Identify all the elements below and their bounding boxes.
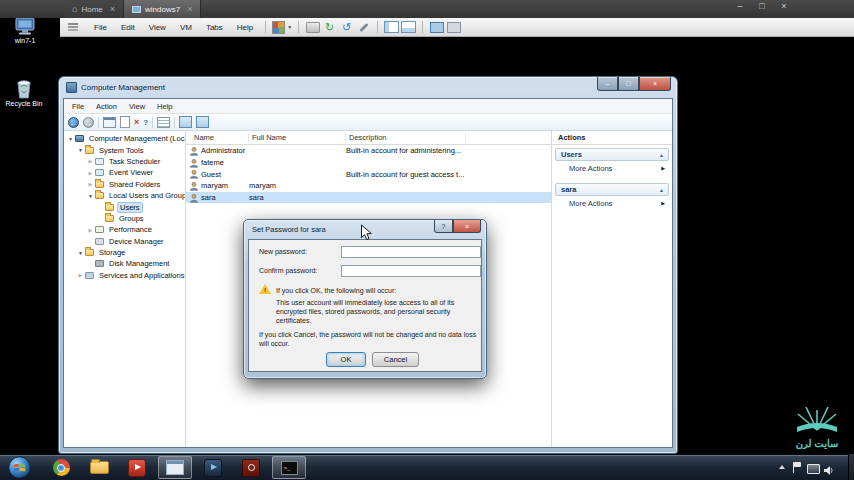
- collapse-chevron-icon[interactable]: ▲: [659, 152, 664, 158]
- show-console-tree-icon[interactable]: [103, 117, 116, 128]
- minimize-button[interactable]: –: [733, 1, 747, 11]
- tree-item-shared-folders[interactable]: ▶Shared Folders: [64, 179, 185, 190]
- expander-icon[interactable]: ▼: [76, 147, 85, 153]
- actions-section-users[interactable]: Users ▲: [555, 148, 669, 161]
- user-row-guest[interactable]: Guest Built-in account for guest access …: [186, 168, 551, 180]
- confirm-password-field[interactable]: [341, 265, 481, 277]
- collapse-chevron-icon[interactable]: ▲: [659, 187, 664, 193]
- desktop-icon-win7-1[interactable]: win7-1: [2, 17, 48, 44]
- tree-item-storage[interactable]: ▼Storage: [64, 247, 185, 258]
- show-desktop-button[interactable]: [848, 454, 854, 480]
- recorder-icon: [242, 459, 260, 477]
- column-separator[interactable]: [465, 133, 466, 143]
- tree-item-groups[interactable]: Groups: [64, 213, 185, 224]
- expander-icon[interactable]: ▶: [86, 170, 95, 176]
- column-separator[interactable]: [345, 133, 346, 143]
- ok-button[interactable]: OK: [326, 352, 366, 367]
- fullscreen-icon[interactable]: [429, 20, 444, 35]
- tree-item-event-viewer[interactable]: ▶Event Viewer: [64, 167, 185, 178]
- forward-icon[interactable]: →: [83, 117, 94, 128]
- tab-home[interactable]: ⌂ Home ×: [64, 0, 124, 18]
- more-actions-sara[interactable]: More Actions ▶: [552, 197, 672, 209]
- close-tab-icon[interactable]: ×: [187, 4, 192, 14]
- back-icon[interactable]: ←: [68, 117, 79, 128]
- menu-vm[interactable]: VM: [174, 21, 198, 34]
- network-icon[interactable]: [807, 464, 820, 474]
- taskbar-computer-management-button[interactable]: [158, 456, 192, 479]
- menu-view[interactable]: View: [123, 101, 151, 112]
- tree-item-task-scheduler[interactable]: ▶Task Scheduler: [64, 156, 185, 167]
- help-icon[interactable]: ?: [143, 118, 148, 127]
- start-button[interactable]: [8, 456, 31, 480]
- column-header-name[interactable]: Name: [194, 133, 214, 142]
- show-library-panel-icon[interactable]: [384, 20, 399, 35]
- minimize-button[interactable]: –: [597, 77, 618, 91]
- close-button[interactable]: ×: [639, 77, 671, 91]
- expander-icon[interactable]: ▶: [86, 158, 95, 164]
- maximize-button[interactable]: □: [618, 77, 639, 91]
- tree-item-system-tools[interactable]: ▼System Tools: [64, 144, 185, 155]
- tree-item-performance[interactable]: ▶Performance: [64, 224, 185, 235]
- action-center-icon[interactable]: [793, 462, 803, 473]
- tree-item-users[interactable]: Users: [64, 201, 185, 212]
- export-list-icon[interactable]: [179, 116, 192, 128]
- actions-section-sara[interactable]: sara ▲: [555, 183, 669, 196]
- taskbar-explorer-button[interactable]: [82, 456, 116, 479]
- expander-icon[interactable]: ▶: [86, 227, 95, 233]
- menu-help[interactable]: Help: [231, 21, 259, 34]
- expander-icon[interactable]: ▶: [86, 181, 95, 187]
- show-actions-pane-icon[interactable]: [196, 116, 209, 128]
- desktop-icon-recycle-bin[interactable]: Recycle Bin: [1, 77, 47, 107]
- expander-icon[interactable]: ▶: [76, 272, 85, 278]
- column-header-full-name[interactable]: Full Name: [252, 133, 286, 142]
- delete-icon[interactable]: ×: [134, 118, 139, 127]
- close-tab-icon[interactable]: ×: [110, 4, 115, 14]
- take-snapshot-icon[interactable]: ↻: [322, 20, 337, 35]
- tree-item-computer-management[interactable]: ▼Computer Management (Local: [64, 133, 185, 144]
- devices-icon[interactable]: [305, 20, 320, 35]
- column-separator[interactable]: [248, 133, 249, 143]
- taskbar-browser-button[interactable]: [44, 456, 78, 479]
- revert-snapshot-icon[interactable]: ↺: [339, 20, 354, 35]
- tree-item-device-manager[interactable]: Device Manager: [64, 236, 185, 247]
- more-actions-users[interactable]: More Actions ▶: [552, 162, 672, 174]
- expander-icon[interactable]: ▼: [76, 250, 85, 256]
- user-row-administrator[interactable]: Administrator Built-in account for admin…: [186, 145, 551, 157]
- user-row-sara[interactable]: sara sara: [186, 192, 551, 204]
- apps-grid-icon[interactable]: ▼: [272, 20, 292, 35]
- close-button[interactable]: ×: [777, 1, 791, 11]
- tab-windows7[interactable]: windows7 ×: [124, 0, 201, 18]
- taskbar-video-player-button[interactable]: [196, 456, 230, 479]
- user-row-fateme[interactable]: fateme: [186, 157, 551, 169]
- menu-help[interactable]: Help: [151, 101, 178, 112]
- volume-icon[interactable]: [823, 462, 834, 480]
- cancel-button[interactable]: Cancel: [372, 352, 419, 367]
- new-password-field[interactable]: [341, 246, 481, 258]
- menu-edit[interactable]: Edit: [115, 21, 141, 34]
- tree-item-services-and-applications[interactable]: ▶Services and Applications: [64, 270, 185, 281]
- user-row-maryam[interactable]: maryam maryam: [186, 180, 551, 192]
- expander-icon[interactable]: ▼: [86, 193, 95, 199]
- menu-tabs[interactable]: Tabs: [200, 21, 229, 34]
- expander-icon[interactable]: ▼: [66, 136, 75, 142]
- menu-action[interactable]: Action: [90, 101, 123, 112]
- show-thumbnail-bar-icon[interactable]: [401, 20, 416, 35]
- menu-file[interactable]: File: [66, 101, 90, 112]
- taskbar-media-player-button[interactable]: [120, 456, 154, 479]
- taskbar-recorder-button[interactable]: [234, 456, 268, 479]
- column-header-description[interactable]: Description: [349, 133, 387, 142]
- unity-mode-icon[interactable]: [446, 20, 461, 35]
- hidden-icons-chevron-icon[interactable]: [779, 465, 785, 469]
- snapshot-manager-icon[interactable]: [356, 20, 371, 35]
- taskbar-command-prompt-button[interactable]: >_: [272, 456, 306, 479]
- menu-view[interactable]: View: [143, 21, 172, 34]
- list-view-icon[interactable]: [157, 117, 170, 128]
- tree-item-disk-management[interactable]: Disk Management: [64, 258, 185, 269]
- maximize-button[interactable]: □: [755, 1, 769, 11]
- tree-item-local-users-and-groups[interactable]: ▼Local Users and Groups: [64, 190, 185, 201]
- menu-file[interactable]: File: [88, 21, 113, 34]
- properties-icon[interactable]: [120, 116, 130, 128]
- help-button[interactable]: ?: [434, 220, 453, 233]
- close-button[interactable]: ×: [453, 220, 481, 233]
- window-title-bar[interactable]: Computer Management – □ ×: [63, 77, 673, 98]
